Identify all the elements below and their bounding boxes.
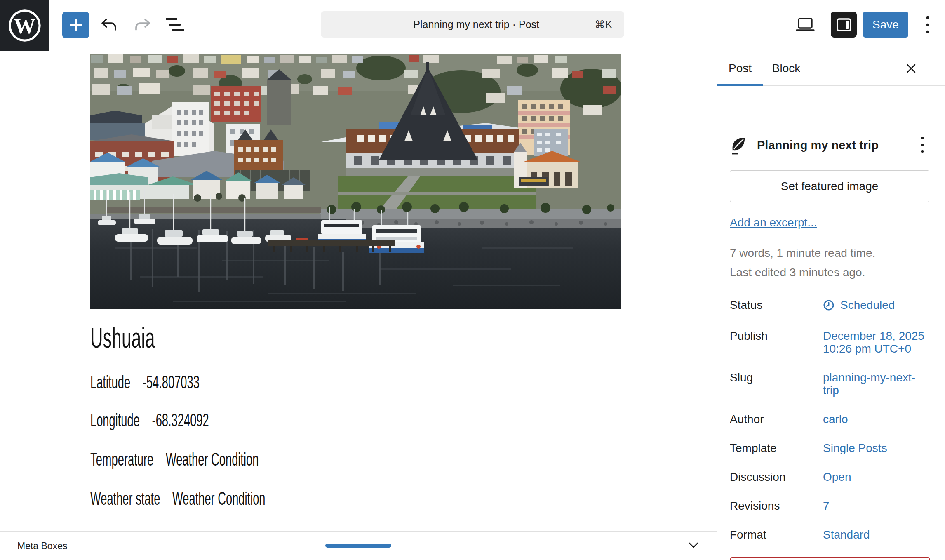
post-leaf-icon: [730, 136, 747, 155]
svg-text:W: W: [14, 14, 35, 38]
view-button[interactable]: [794, 12, 817, 37]
row-value: Weather Condition: [172, 488, 265, 509]
field-row-discussion: Discussion Open: [730, 471, 929, 483]
kebab-icon: [921, 136, 924, 153]
field-row-template: Template Single Posts: [730, 442, 929, 454]
meta-boxes-label: Meta Boxes: [17, 541, 67, 552]
field-row-slug: Slug planning-my-next-trip: [730, 371, 929, 397]
chevron-down-icon: [688, 541, 699, 549]
close-icon: [906, 63, 917, 74]
move-to-trash-button[interactable]: Move to trash: [730, 557, 930, 560]
plus-icon: [69, 18, 83, 32]
block-inserter-button[interactable]: [62, 12, 89, 38]
last-edited-text: Last edited 3 minutes ago.: [730, 266, 865, 279]
revisions-value[interactable]: 7: [823, 499, 926, 512]
wordpress-editor: W Pl: [0, 0, 945, 560]
kebab-icon: [926, 15, 930, 34]
publish-value[interactable]: December 18, 2025 10:26 pm UTC+0: [823, 329, 926, 355]
set-featured-image-button[interactable]: Set featured image: [730, 170, 929, 202]
tab-post[interactable]: Post: [717, 51, 763, 85]
row-label: Weather state: [90, 488, 160, 509]
post-summary-row: Planning my next trip: [730, 134, 929, 157]
field-label: Author: [730, 413, 823, 426]
field-row-author: Author carlo: [730, 413, 929, 426]
add-excerpt-link[interactable]: Add an excerpt...: [730, 216, 817, 229]
undo-icon: [101, 18, 117, 32]
field-label: Status: [730, 299, 823, 311]
document-title: Planning my next trip · Post: [321, 19, 595, 31]
command-palette[interactable]: Planning my next trip · Post ⌘K: [321, 11, 624, 38]
field-label: Revisions: [730, 499, 823, 512]
word-count-text: 7 words, 1 minute read time.: [730, 247, 875, 260]
post-summary-title: Planning my next trip: [757, 139, 916, 152]
content-row-temperature[interactable]: Temperature Weather Condition: [90, 449, 259, 470]
row-value: -68.324092: [152, 410, 209, 431]
tab-block[interactable]: Block: [763, 51, 809, 85]
close-sidebar-button[interactable]: [899, 51, 924, 86]
post-actions-menu-button[interactable]: [916, 134, 929, 157]
field-row-revisions: Revisions 7: [730, 499, 929, 512]
row-label: Temperature: [90, 449, 153, 470]
field-label: Slug: [730, 371, 823, 384]
document-overview-button[interactable]: [163, 12, 186, 37]
post-title[interactable]: Ushuaia: [90, 322, 155, 354]
author-value[interactable]: carlo: [823, 413, 926, 426]
field-label: Publish: [730, 329, 823, 342]
status-value[interactable]: Scheduled: [823, 299, 926, 313]
wordpress-logo[interactable]: W: [0, 0, 49, 51]
row-value: Weather Condition: [166, 449, 259, 470]
save-button[interactable]: Save: [863, 12, 908, 38]
meta-boxes-expand-button[interactable]: [688, 541, 699, 550]
row-label: Longitude: [90, 410, 140, 431]
settings-sidebar-toggle[interactable]: [831, 12, 857, 38]
shortcut-hint: ⌘K: [595, 19, 624, 31]
field-row-format: Format Standard: [730, 528, 929, 541]
template-value[interactable]: Single Posts: [823, 442, 926, 454]
undo-button[interactable]: [97, 12, 120, 37]
sidebar-body: Planning my next trip Set featured image…: [717, 86, 945, 560]
content-row-weather-state[interactable]: Weather state Weather Condition: [90, 488, 266, 509]
meta-boxes-panel[interactable]: Meta Boxes: [0, 531, 717, 560]
settings-sidebar: Post Block Planning my next trip: [717, 51, 945, 560]
laptop-icon: [795, 16, 815, 33]
sidebar-panel-icon: [836, 17, 852, 32]
post-fields: Status Scheduled Publish December 18: [730, 299, 929, 541]
field-row-publish: Publish December 18, 2025 10:26 pm UTC+0: [730, 329, 929, 355]
field-label: Format: [730, 528, 823, 541]
sidebar-header: Post Block: [717, 51, 945, 86]
slug-value[interactable]: planning-my-next-trip: [823, 371, 926, 397]
field-label: Discussion: [730, 471, 823, 483]
field-row-status: Status Scheduled: [730, 299, 929, 313]
scheduled-clock-icon: [823, 299, 835, 311]
content-row-longitude[interactable]: Longitude -68.324092: [90, 410, 209, 431]
row-value: -54.807033: [143, 372, 200, 393]
redo-icon: [134, 18, 151, 32]
field-label: Template: [730, 442, 823, 454]
options-menu-button[interactable]: [916, 12, 939, 37]
wordpress-icon: W: [7, 8, 42, 43]
row-label: Latitude: [90, 372, 130, 393]
content-row-latitude[interactable]: Latitude -54.807033: [90, 372, 200, 393]
list-view-icon: [164, 16, 186, 34]
format-value[interactable]: Standard: [823, 528, 926, 541]
featured-image-photo[interactable]: [90, 54, 621, 309]
discussion-value[interactable]: Open: [823, 471, 926, 483]
redo-button[interactable]: [131, 12, 154, 37]
editor-toolbar: W Pl: [0, 0, 945, 51]
horizontal-scrollbar-thumb[interactable]: [325, 544, 391, 548]
editor-canvas: Ushuaia Latitude -54.807033 Longitude -6…: [0, 51, 717, 531]
